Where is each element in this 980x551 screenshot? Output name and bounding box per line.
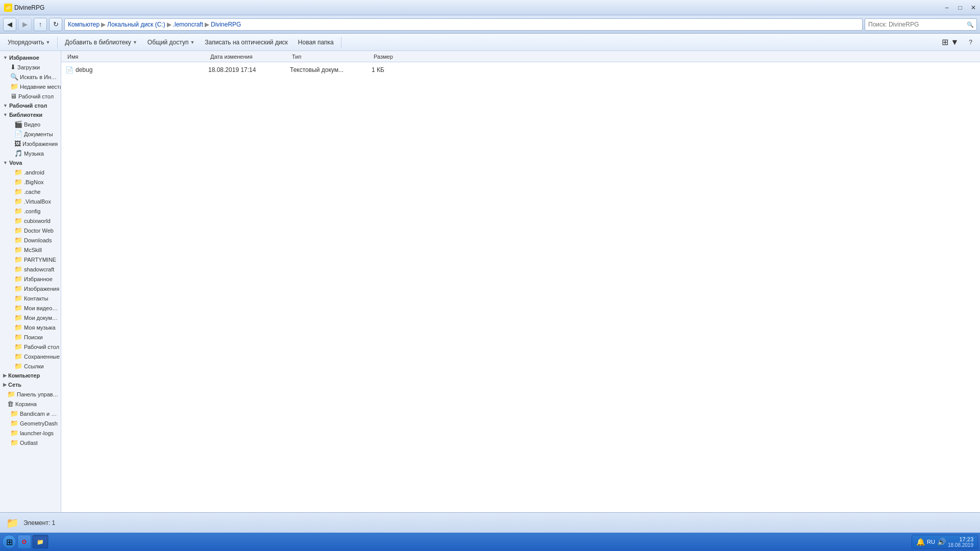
toolbar-separator-2	[341, 37, 341, 48]
tray-area: 🔔 RU 🔊 17:23 18.08.2019	[912, 535, 978, 549]
favorites-label: Избранное	[9, 55, 39, 61]
title-bar-left: 📁 DivineRPG	[4, 4, 44, 12]
tray-clock: 17:23 18.08.2019	[948, 536, 973, 548]
file-name-cell: 📄 debug	[65, 66, 208, 74]
music-icon: 🎵	[14, 149, 22, 157]
trash-icon: 🗑	[7, 400, 14, 408]
sidebar-favorites-header[interactable]: ▼ Избранное	[0, 53, 61, 62]
breadcrumb-lemoncraft[interactable]: .lemoncraft	[173, 21, 203, 28]
sidebar-item-outlast[interactable]: 📁 Outlast	[0, 438, 61, 447]
minimize-button[interactable]: –	[940, 1, 953, 15]
close-button[interactable]: ✕	[967, 1, 980, 15]
sidebar-item-cubixworld[interactable]: 📁 cubixworld	[0, 216, 61, 226]
virtualbox-folder-icon: 📁	[14, 197, 22, 205]
sidebar-item-links[interactable]: 📁 Ссылки	[0, 361, 61, 371]
sidebar-item-my-music[interactable]: 📁 Моя музыка	[0, 322, 61, 332]
sidebar-item-geometry-dash[interactable]: 📁 GeometryDash	[0, 418, 61, 428]
notification-tray-icon[interactable]: 🔔	[916, 538, 925, 546]
taskbar-app-opera[interactable]: O	[17, 535, 31, 549]
cubixworld-folder-icon: 📁	[14, 217, 22, 224]
column-name[interactable]: Имя	[65, 51, 208, 62]
up-button[interactable]: ↑	[34, 18, 47, 31]
sidebar-item-android[interactable]: 📁 .android	[0, 167, 61, 177]
add-to-library-button[interactable]: Добавить в библиотеку ▼	[60, 35, 141, 49]
table-row[interactable]: 📄 debug 18.08.2019 17:14 Текстовый докум…	[61, 64, 980, 76]
sidebar-item-cache[interactable]: 📁 .cache	[0, 187, 61, 196]
sidebar-vova-header[interactable]: ▼ Vova	[0, 158, 61, 167]
sidebar-item-video[interactable]: 🎬 Видео	[0, 119, 61, 129]
view-options-button[interactable]: ⊞ ▼	[937, 35, 963, 49]
partymine-folder-icon: 📁	[14, 256, 22, 263]
tray-time: 17:23	[948, 536, 973, 542]
shadowcraft-folder-icon: 📁	[14, 265, 22, 273]
sidebar-item-doctor-web[interactable]: 📁 Doctor Web	[0, 226, 61, 235]
burn-button[interactable]: Записать на оптический диск	[200, 35, 292, 49]
sidebar-item-virtualbox[interactable]: 📁 .VirtualBox	[0, 196, 61, 206]
sidebar-item-favorites-vova[interactable]: 📁 Избранное	[0, 274, 61, 284]
column-size[interactable]: Размер	[372, 51, 423, 62]
status-folder-icon: 📁	[5, 516, 19, 530]
sidebar: ▼ Избранное ⬇ Загрузки 🔍 Искать в Интерн…	[0, 51, 61, 512]
speaker-tray-icon[interactable]: 🔊	[937, 538, 946, 546]
column-date[interactable]: Дата изменения	[208, 51, 290, 62]
sidebar-item-saved[interactable]: 📁 Сохраненные	[0, 352, 61, 361]
breadcrumb-computer[interactable]: Компьютер	[68, 21, 100, 28]
contacts-icon: 📁	[14, 294, 22, 302]
back-button[interactable]: ◀	[3, 18, 16, 31]
tray-date: 18.08.2019	[948, 542, 973, 548]
computer-label: Компьютер	[8, 372, 40, 379]
sidebar-item-downloads[interactable]: ⬇ Загрузки	[0, 62, 61, 72]
sidebar-computer-header[interactable]: ▶ Компьютер	[0, 371, 61, 380]
sidebar-item-desktop-fav[interactable]: 🖥 Рабочий стол	[0, 91, 61, 101]
sidebar-item-documents[interactable]: 📄 Документы	[0, 129, 61, 139]
sidebar-libraries-header[interactable]: ▼ Библиотеки	[0, 110, 61, 119]
column-type[interactable]: Тип	[290, 51, 372, 62]
sidebar-item-launcher-logs[interactable]: 📁 launcher-logs	[0, 428, 61, 438]
sidebar-desktop-header[interactable]: ▼ Рабочий стол	[0, 101, 61, 110]
sidebar-item-images-vova[interactable]: 📁 Изображения	[0, 284, 61, 293]
searches-icon: 📁	[14, 333, 22, 341]
sidebar-item-config[interactable]: 📁 .config	[0, 206, 61, 216]
help-button[interactable]: ?	[964, 35, 977, 49]
sidebar-item-searches[interactable]: 📁 Поиски	[0, 332, 61, 342]
sidebar-item-desktop-vova[interactable]: 📁 Рабочий стол	[0, 342, 61, 352]
maximize-button[interactable]: □	[953, 1, 967, 15]
sidebar-item-my-docs[interactable]: 📁 Мои докумен...	[0, 313, 61, 322]
search-input[interactable]	[865, 18, 977, 31]
organize-button[interactable]: Упорядочить ▼	[3, 35, 55, 49]
address-bar-area: ◀ ▶ ↑ ↻ Компьютер ▶ Локальный диск (C:) …	[0, 15, 980, 34]
sidebar-item-mcskill[interactable]: 📁 McSkill	[0, 245, 61, 255]
refresh-button[interactable]: ↻	[49, 18, 62, 31]
control-panel-icon: 📁	[7, 390, 15, 398]
breadcrumb-divinerpg[interactable]: DivineRPG	[211, 21, 241, 28]
libraries-label: Библиотеки	[9, 112, 42, 118]
breadcrumb-disk-c[interactable]: Локальный диск (C:)	[107, 21, 165, 28]
file-type-cell: Текстовый докум...	[290, 66, 372, 73]
sidebar-item-images[interactable]: 🖼 Изображения	[0, 139, 61, 148]
sidebar-item-recent[interactable]: 📁 Недавние места	[0, 82, 61, 91]
sidebar-item-my-video[interactable]: 📁 Мои видеозап...	[0, 303, 61, 313]
forward-button[interactable]: ▶	[18, 18, 32, 31]
organize-arrow: ▼	[45, 40, 50, 45]
sidebar-item-bignox[interactable]: 📁 .BigNox	[0, 177, 61, 187]
sidebar-item-control-panel[interactable]: 📁 Панель управле...	[0, 389, 61, 399]
sidebar-item-search-internet[interactable]: 🔍 Искать в Интерне...	[0, 72, 61, 82]
sidebar-item-contacts[interactable]: 📁 Контакты	[0, 293, 61, 303]
android-folder-icon: 📁	[14, 168, 22, 176]
sidebar-network-header[interactable]: ▶ Сеть	[0, 380, 61, 389]
main-content: ▼ Избранное ⬇ Загрузки 🔍 Искать в Интерн…	[0, 51, 980, 512]
share-button[interactable]: Общий доступ ▼	[143, 35, 200, 49]
sidebar-item-shadowcraft[interactable]: 📁 shadowcraft	[0, 264, 61, 274]
sidebar-item-bandicam[interactable]: 📁 Bandicam и всё...	[0, 409, 61, 418]
breadcrumb-bar[interactable]: Компьютер ▶ Локальный диск (C:) ▶ .lemon…	[64, 18, 863, 31]
cache-folder-icon: 📁	[14, 188, 22, 195]
sidebar-item-downloads-vova[interactable]: 📁 Downloads	[0, 235, 61, 245]
explorer-icon: 📁	[37, 539, 44, 545]
sidebar-item-trash[interactable]: 🗑 Корзина	[0, 399, 61, 409]
start-button[interactable]: ⊞	[2, 535, 16, 549]
sidebar-item-music[interactable]: 🎵 Музыка	[0, 148, 61, 158]
new-folder-button[interactable]: Новая папка	[293, 35, 338, 49]
taskbar-app-explorer[interactable]: 📁	[32, 535, 48, 549]
lang-indicator[interactable]: RU	[927, 539, 935, 545]
sidebar-item-partymine[interactable]: 📁 PARTYMINE	[0, 255, 61, 264]
